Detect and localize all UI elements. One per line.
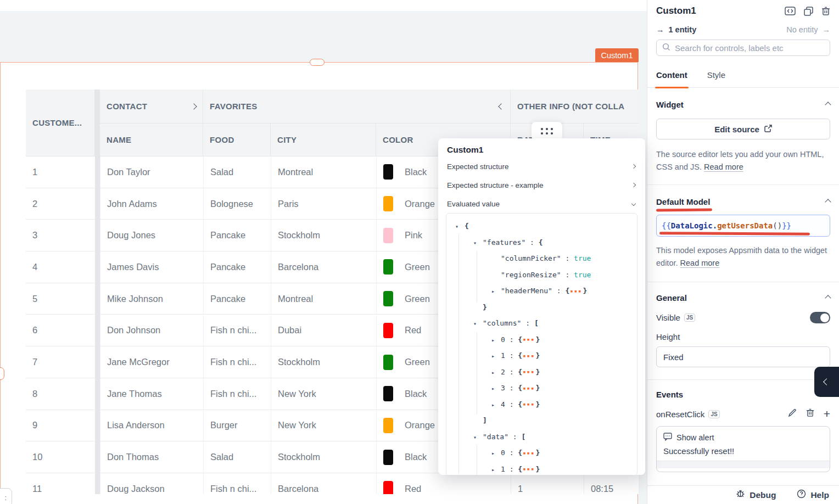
region-resize-bar[interactable] xyxy=(95,89,100,494)
group-header-contact[interactable]: CONTACT xyxy=(100,89,203,124)
tree-line[interactable]: ▾{ xyxy=(446,218,637,234)
cell-city: Stockholm xyxy=(271,441,376,473)
footer-bar: Debug Help xyxy=(647,485,839,504)
color-swatch xyxy=(383,291,393,306)
column-header-name[interactable]: NAME xyxy=(100,124,203,156)
cell-food: Burger xyxy=(203,410,271,441)
cell-food: Pancake xyxy=(203,220,271,251)
popup-row-evaluated-value[interactable]: Evaluated value xyxy=(438,194,645,213)
tree-right-arrow-icon[interactable]: ▸ xyxy=(491,397,501,413)
add-event-icon[interactable]: + xyxy=(824,409,830,419)
height-select[interactable]: Fixed xyxy=(656,346,830,367)
entity-link-right[interactable]: No entity → xyxy=(786,25,830,34)
read-more-link[interactable]: Read more xyxy=(704,163,743,171)
bug-icon xyxy=(736,489,745,501)
tree-line[interactable]: ▾"features" : { xyxy=(446,234,637,251)
delete-widget-icon[interactable] xyxy=(821,7,830,16)
color-swatch xyxy=(383,481,393,494)
cell-city: Paris xyxy=(271,188,376,220)
section-general[interactable]: General xyxy=(647,282,839,303)
tree-line[interactable]: ▸4 : {▪▪▪} xyxy=(446,396,637,413)
tree-right-arrow-icon[interactable]: ▸ xyxy=(491,332,501,349)
tree-right-arrow-icon[interactable]: ▸ xyxy=(491,445,501,462)
section-default-model[interactable]: Default Model xyxy=(647,185,839,206)
cell-name: Jane McGregor xyxy=(100,346,203,378)
tree-down-arrow-icon[interactable]: ▾ xyxy=(473,429,483,446)
popup-drag-handle[interactable] xyxy=(532,122,562,141)
cell-name: Doug Jones xyxy=(100,220,203,251)
cell-city: Stockholm xyxy=(271,220,376,251)
chevron-up-icon[interactable] xyxy=(825,102,831,108)
delete-event-icon[interactable] xyxy=(806,408,814,419)
search-input[interactable] xyxy=(675,43,824,53)
group-header-other-info[interactable]: OTHER INFO (NOT COLLA xyxy=(511,89,639,124)
resize-handle-top[interactable] xyxy=(310,59,325,66)
tree-line[interactable]: ▸"headerMenu" : {▪▪▪} xyxy=(446,283,637,299)
tab-content[interactable]: Content xyxy=(656,68,687,87)
cell-city: Dubai xyxy=(271,315,376,346)
tree-line[interactable]: ▾"data" : [ xyxy=(446,429,637,445)
tree-line[interactable]: ▸0 : {▪▪▪} xyxy=(446,445,637,461)
resize-handle-left[interactable] xyxy=(0,367,4,380)
column-header-food[interactable]: FOOD xyxy=(203,124,271,156)
canvas-corner-tab[interactable]: : xyxy=(0,488,12,504)
tree-line[interactable]: "columnPicker" : true xyxy=(446,250,637,267)
popup-title: Custom1 xyxy=(438,138,645,157)
tree-line[interactable]: ▾"columns" : [ xyxy=(446,315,637,332)
expand-group-icon[interactable] xyxy=(191,103,197,109)
column-header-customer[interactable]: CUSTOME... xyxy=(26,89,95,156)
color-swatch xyxy=(383,228,393,243)
edit-code-icon[interactable] xyxy=(785,7,796,15)
edit-event-icon[interactable] xyxy=(788,408,797,419)
read-more-link[interactable]: Read more xyxy=(680,259,720,267)
tree-line[interactable]: ▸2 : {▪▪▪} xyxy=(446,364,637,380)
group-header-favorites[interactable]: FAVORITES xyxy=(203,89,511,124)
table-row[interactable]: 11Doug JacksonFish n chi...BarcelonaRed1… xyxy=(26,473,639,494)
visible-toggle[interactable] xyxy=(810,312,830,323)
cell-name: John Adams xyxy=(100,188,203,220)
tree-line[interactable]: ▸1 : {▪▪▪} xyxy=(446,461,637,475)
tree-line[interactable]: ▸0 : {▪▪▪} xyxy=(446,332,637,348)
tree-right-arrow-icon[interactable]: ▸ xyxy=(491,380,501,397)
cell-name: Don Taylor xyxy=(100,156,203,188)
widget-name-tag[interactable]: Custom1 xyxy=(595,48,639,62)
collapse-group-icon[interactable] xyxy=(498,103,504,109)
tree-line[interactable]: ] xyxy=(446,412,637,429)
tree-line[interactable]: } xyxy=(446,299,637,316)
tree-down-arrow-icon[interactable]: ▾ xyxy=(473,235,483,251)
popup-row-expected-structure-example[interactable]: Expected structure - example xyxy=(438,176,645,194)
debug-button[interactable]: Debug xyxy=(736,489,776,501)
js-badge[interactable]: JS xyxy=(708,410,719,418)
default-model-input[interactable]: {{DataLogic.getUsersData()}} xyxy=(656,215,830,237)
tree-line[interactable]: ▸1 : {▪▪▪} xyxy=(446,348,637,364)
entity-link-left[interactable]: → 1 entity xyxy=(656,25,696,34)
edit-source-button[interactable]: Edit source xyxy=(656,119,830,139)
default-model-description: This model exposes Appsmith data to the … xyxy=(656,244,830,270)
action-message: Successfully reset!! xyxy=(657,443,830,461)
tree-down-arrow-icon[interactable]: ▾ xyxy=(473,316,483,332)
cell-name: Mike Johnson xyxy=(100,283,203,315)
section-events[interactable]: Events xyxy=(647,380,839,399)
section-widget[interactable]: Widget xyxy=(647,88,839,109)
cell-food: Pancake xyxy=(203,251,271,283)
tree-line[interactable]: "regionResize" : true xyxy=(446,267,637,283)
cell-name: Lisa Anderson xyxy=(100,410,203,441)
tab-style[interactable]: Style xyxy=(707,68,725,87)
event-action-card[interactable]: Show alert Successfully reset!! xyxy=(656,426,830,472)
chevron-up-icon[interactable] xyxy=(825,199,831,205)
popup-row-expected-structure[interactable]: Expected structure xyxy=(438,157,645,176)
collapse-pane-button[interactable] xyxy=(814,367,839,397)
chevron-up-icon[interactable] xyxy=(825,295,831,301)
tree-down-arrow-icon[interactable]: ▾ xyxy=(455,219,465,235)
tree-right-arrow-icon[interactable]: ▸ xyxy=(491,348,501,365)
cell-food: Pancake xyxy=(203,283,271,315)
tree-line[interactable]: ▸3 : {▪▪▪} xyxy=(446,380,637,396)
tree-right-arrow-icon[interactable]: ▸ xyxy=(491,365,501,381)
tree-right-arrow-icon[interactable]: ▸ xyxy=(491,283,501,300)
js-badge[interactable]: JS xyxy=(684,313,695,322)
tree-right-arrow-icon[interactable]: ▸ xyxy=(491,462,501,475)
column-header-city[interactable]: CITY xyxy=(271,124,376,156)
copy-widget-icon[interactable] xyxy=(804,7,813,16)
search-box[interactable] xyxy=(656,40,830,56)
help-button[interactable]: Help xyxy=(797,489,829,501)
